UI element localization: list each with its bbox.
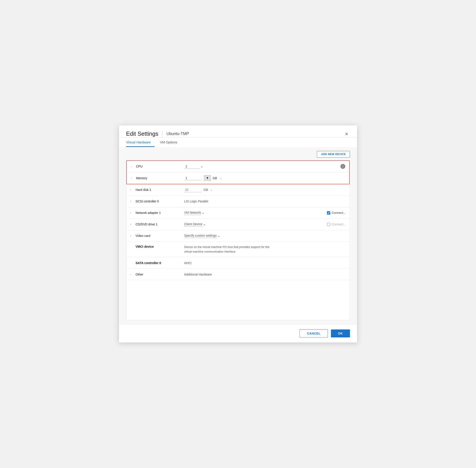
toolbar: ADD NEW DEVICE	[126, 151, 350, 158]
network-value: VM Network ⌄	[184, 211, 327, 215]
memory-value: ▼ GB ⌄	[184, 175, 345, 181]
vmci-row: › VMCI device Device on the virtual mach…	[126, 242, 350, 257]
scsi-label: SCSI controller 0	[136, 200, 184, 203]
other-value: Additional Hardware	[184, 273, 346, 276]
network-select-wrap: VM Network ⌄	[184, 211, 204, 215]
other-row: › Other Additional Hardware	[126, 269, 350, 280]
cpu-dropdown-arrow-icon[interactable]: ⌄	[201, 165, 203, 168]
ok-button[interactable]: OK	[331, 329, 350, 337]
cpu-chevron-icon[interactable]: ›	[131, 165, 134, 168]
video-card-row: › Video card Specify custom settings ⌄	[126, 230, 350, 242]
hard-disk-label: Hard disk 1	[136, 188, 184, 191]
video-card-value-text: Specify custom settings	[184, 234, 217, 238]
hard-disk-input[interactable]	[184, 188, 202, 192]
hard-disk-unit-label: GB	[204, 188, 208, 191]
video-card-label: Video card	[136, 234, 184, 237]
tab-virtual-hardware[interactable]: Virtual Hardware	[126, 138, 154, 147]
hard-disk-unit-arrow-icon[interactable]: ⌄	[210, 188, 212, 191]
cpu-select-wrap: ⌄	[184, 164, 203, 169]
edit-settings-modal: Edit Settings Ubuntu-TMP × Virtual Hardw…	[119, 126, 357, 343]
cddvd-value-text: Client Device	[184, 222, 202, 226]
scsi-row: › SCSI controller 0 LSI Logic Parallel	[126, 196, 350, 207]
sata-value-text: AHCI	[184, 261, 191, 265]
cddvd-connect-label: Connect...	[332, 222, 346, 226]
network-adapter-row: › Network adapter 1 VM Network ⌄ Connect…	[126, 207, 350, 219]
cpu-input[interactable]	[184, 164, 200, 169]
cddvd-select-wrap: Client Device ⌄	[184, 222, 206, 226]
title-divider	[162, 131, 163, 137]
cddvd-connect-wrap: Connect...	[327, 222, 346, 226]
other-chevron-icon[interactable]: ›	[130, 273, 133, 276]
other-label: Other	[136, 273, 184, 276]
memory-unit-arrow-icon[interactable]: ⌄	[220, 176, 222, 180]
vmci-label: VMCI device	[136, 245, 184, 248]
cpu-value: ⌄	[184, 164, 340, 169]
network-chevron-icon[interactable]: ›	[130, 211, 133, 214]
title-area: Edit Settings Ubuntu-TMP	[126, 130, 189, 137]
scsi-value: LSI Logic Parallel	[184, 200, 346, 203]
video-card-chevron-icon[interactable]: ›	[130, 234, 133, 237]
cpu-label: CPU	[136, 165, 184, 168]
network-value-text: VM Network	[184, 211, 201, 215]
cddvd-row: › CD/DVD drive 1 Client Device ⌄ Connect…	[126, 219, 350, 230]
add-new-device-button[interactable]: ADD NEW DEVICE	[317, 151, 350, 158]
network-connect-checkbox[interactable]	[327, 211, 330, 215]
cancel-button[interactable]: CANCEL	[300, 329, 328, 338]
hard-disk-row: › Hard disk 1 GB ⌄	[126, 184, 350, 196]
highlighted-group: › CPU ⌄ i › Memory	[126, 161, 350, 184]
other-value-text: Additional Hardware	[184, 273, 212, 276]
network-dropdown-arrow-icon[interactable]: ⌄	[202, 211, 204, 214]
modal-footer: CANCEL OK	[119, 324, 357, 342]
video-card-dropdown-arrow-icon[interactable]: ⌄	[218, 234, 220, 237]
vmci-description: Device on the virtual machine PCI bus th…	[184, 245, 346, 254]
network-connect-label: Connect...	[332, 211, 346, 215]
empty-space	[126, 280, 350, 320]
memory-row: › Memory ▼ GB ⌄	[127, 172, 349, 184]
memory-input[interactable]	[184, 176, 202, 180]
cddvd-chevron-icon[interactable]: ›	[130, 223, 133, 226]
cpu-row: › CPU ⌄ i	[127, 161, 349, 172]
modal-body: ADD NEW DEVICE › CPU ⌄ i	[119, 147, 357, 324]
modal-title: Edit Settings	[126, 130, 158, 137]
cddvd-label: CD/DVD drive 1	[136, 222, 184, 226]
memory-chevron-icon[interactable]: ›	[131, 176, 134, 180]
hard-disk-value: GB ⌄	[184, 188, 346, 192]
cddvd-dropdown-arrow-icon[interactable]: ⌄	[204, 223, 206, 226]
hardware-table: › CPU ⌄ i › Memory	[126, 160, 350, 320]
memory-label: Memory	[136, 176, 184, 180]
network-connect-wrap: Connect...	[327, 211, 346, 215]
modal-header: Edit Settings Ubuntu-TMP ×	[119, 126, 357, 138]
video-card-value: Specify custom settings ⌄	[184, 234, 346, 238]
close-button[interactable]: ×	[343, 130, 350, 137]
memory-unit-dropdown-button[interactable]: ▼	[204, 175, 211, 181]
video-card-select-wrap: Specify custom settings ⌄	[184, 234, 220, 238]
info-icon[interactable]: i	[340, 164, 345, 169]
scsi-chevron-icon[interactable]: ›	[130, 200, 133, 203]
hard-disk-chevron-icon[interactable]: ›	[130, 188, 133, 191]
scsi-value-text: LSI Logic Parallel	[184, 200, 208, 203]
vmci-description-text: Device on the virtual machine PCI bus th…	[184, 245, 269, 254]
cddvd-value: Client Device ⌄	[184, 222, 327, 226]
tab-vm-options[interactable]: VM Options	[160, 138, 181, 147]
sata-value: AHCI	[184, 261, 346, 265]
sata-label: SATA controller 0	[136, 261, 184, 265]
memory-unit-label: GB	[213, 176, 217, 180]
modal-subtitle: Ubuntu-TMP	[167, 132, 189, 136]
network-label: Network adapter 1	[136, 211, 184, 215]
cddvd-connect-checkbox[interactable]	[327, 223, 330, 226]
tabs-bar: Virtual Hardware VM Options	[119, 138, 357, 147]
sata-row: › SATA controller 0 AHCI	[126, 257, 350, 269]
